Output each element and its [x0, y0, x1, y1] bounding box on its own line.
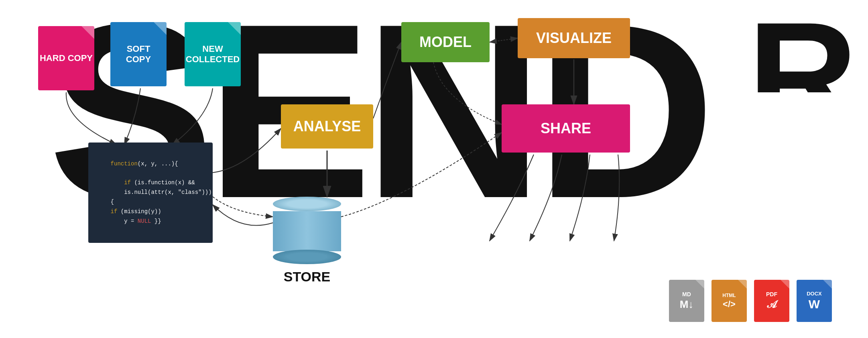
html-top-label: HTML: [722, 293, 736, 298]
cylinder-bottom: [273, 250, 341, 264]
html-icon-body: HTML </>: [711, 280, 747, 322]
analyse-label: ANALYSE: [293, 118, 361, 134]
docx-format-icon: DOCX W: [797, 280, 832, 322]
pdf-corner-fold: [781, 280, 789, 289]
new-collected-label: NEWCOLLECTED: [186, 44, 240, 65]
docx-icon-body: DOCX W: [797, 280, 832, 322]
hard-copy-document: HARD COPY: [38, 26, 94, 90]
model-label: MODEL: [419, 34, 472, 50]
cylinder-body: [273, 211, 341, 251]
html-format-icon: HTML </>: [711, 280, 747, 322]
share-box: SHARE: [502, 104, 630, 153]
visualize-box: VISUALIZE: [518, 18, 630, 58]
code-content: function(x, y, ...){ if (is.function(x) …: [97, 150, 204, 236]
md-icon-body: MD M↓: [669, 280, 704, 322]
format-icons-container: MD M↓ HTML </> PDF 𝒜: [669, 280, 832, 322]
store-container: STORE: [273, 197, 341, 285]
svg-marker-6: [823, 280, 832, 289]
new-collected-document: NEWCOLLECTED: [185, 22, 241, 86]
analyse-box: ANALYSE: [281, 104, 373, 149]
html-symbol: </>: [723, 299, 736, 309]
cylinder-top: [273, 197, 341, 211]
md-corner-fold: [695, 280, 704, 289]
docx-corner-fold: [823, 280, 832, 289]
soft-copy-label: SOFTCOPY: [126, 44, 151, 65]
share-label: SHARE: [541, 120, 591, 136]
hard-copy-label: HARD COPY: [40, 53, 93, 63]
svg-marker-5: [781, 280, 789, 289]
pdf-icon-body: PDF 𝒜: [754, 280, 789, 322]
svg-marker-3: [695, 280, 704, 289]
code-block: function(x, y, ...){ if (is.function(x) …: [88, 143, 213, 243]
model-box: MODEL: [401, 22, 490, 62]
visualize-label: VISUALIZE: [536, 30, 612, 46]
svg-marker-4: [738, 280, 747, 289]
pdf-symbol: 𝒜: [767, 298, 776, 311]
pdf-format-icon: PDF 𝒜: [754, 280, 789, 322]
soft-copy-document: SOFTCOPY: [110, 22, 167, 86]
pdf-top-label: PDF: [766, 291, 777, 297]
docx-symbol: W: [809, 297, 820, 311]
docx-top-label: DOCX: [807, 291, 822, 297]
store-label: STORE: [273, 269, 341, 285]
md-top-label: MD: [682, 291, 691, 297]
md-symbol: M↓: [680, 298, 694, 311]
md-format-icon: MD M↓: [669, 280, 704, 322]
html-corner-fold: [738, 280, 747, 289]
store-cylinder: [273, 197, 341, 266]
background-r-text: R: [748, 0, 868, 92]
